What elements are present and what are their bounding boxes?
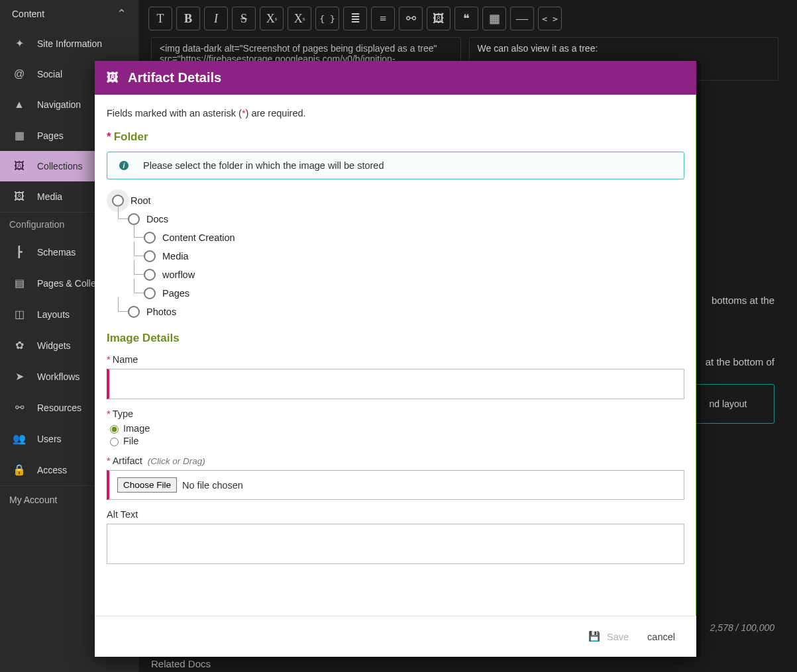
alt-text-wrap[interactable]: [107, 524, 684, 564]
sidebar-item-label: Schemas: [37, 247, 76, 258]
choose-file-button[interactable]: Choose File: [117, 477, 177, 493]
radio-pages[interactable]: [144, 287, 156, 299]
name-input-wrap[interactable]: [107, 369, 684, 399]
sidebar-item-label: Resources: [37, 403, 81, 413]
format-bold-button[interactable]: B: [176, 7, 200, 30]
radio-type-image[interactable]: [110, 425, 119, 434]
sidebar-item-label: Workflows: [37, 371, 80, 382]
sidebar-item-label: Site Information: [37, 38, 102, 49]
format-strike-button[interactable]: S: [232, 7, 256, 30]
modal-title: Artifact Details: [128, 70, 221, 85]
tree-item-pages[interactable]: Pages: [112, 284, 684, 303]
tree-label: worflow: [162, 269, 195, 280]
sidebar-item-label: Widgets: [37, 340, 71, 351]
tree-item-worflow[interactable]: worflow: [112, 265, 684, 284]
cancel-button[interactable]: cancel: [647, 632, 675, 642]
tree-root[interactable]: Root: [112, 191, 684, 210]
sidebar-section-content-label: Content: [12, 9, 44, 19]
artifact-field: *Artifact (Click or Drag) Choose File No…: [107, 456, 684, 500]
tree-item-content-creation[interactable]: Content Creation: [112, 228, 684, 247]
sidebar-section-account-label: My Account: [9, 495, 57, 505]
name-label: *Name: [107, 354, 684, 365]
sidebar-item-label: Access: [37, 465, 67, 475]
list-numbered-icon: ≡: [380, 12, 386, 26]
related-docs-heading: Related Docs: [151, 658, 211, 669]
editor-preview-text: We can also view it as a tree:: [478, 43, 598, 54]
alt-text-field: Alt Text: [107, 509, 684, 564]
format-title-button[interactable]: T: [148, 7, 172, 30]
type-option-file[interactable]: File: [107, 436, 684, 446]
radio-media[interactable]: [144, 250, 156, 262]
link-icon: ⚯: [406, 11, 416, 26]
folder-tree: Root Docs Content Creation Media worflow…: [112, 191, 684, 321]
list-bulleted-icon: ≣: [350, 11, 360, 26]
folder-info-message: Please select the folder in which the im…: [143, 160, 384, 171]
modal-edge-shadow: [696, 61, 700, 657]
background-text-2: at the bottom of: [706, 356, 774, 367]
chevron-up-icon: ⌃: [117, 7, 127, 21]
radio-photos[interactable]: [128, 306, 140, 318]
at-icon: @: [12, 68, 27, 80]
list-numbered-button[interactable]: ≡: [371, 7, 395, 30]
scrollbar[interactable]: [696, 95, 696, 616]
required-note: Fields marked with an asterisk (*) are r…: [107, 108, 684, 119]
link-icon: ⚯: [12, 401, 27, 414]
image-icon: 🖼: [12, 160, 27, 172]
sidebar-item-label: Social: [37, 69, 62, 79]
list-bulleted-button[interactable]: ≣: [343, 7, 367, 30]
insert-link-button[interactable]: ⚯: [399, 7, 423, 30]
radio-type-file[interactable]: [110, 438, 119, 446]
modal-body[interactable]: Fields marked with an asterisk (*) are r…: [95, 95, 696, 616]
schema-icon: ┣: [12, 246, 27, 258]
background-text-1: bottoms at the: [712, 295, 774, 306]
tree-item-media[interactable]: Media: [112, 247, 684, 265]
sidebar-item-site-information[interactable]: ✦ Site Information: [0, 28, 138, 59]
artifact-details-modal: 🖼 Artifact Details Fields marked with an…: [95, 61, 696, 657]
minus-icon: —: [516, 12, 528, 26]
insert-image-button[interactable]: 🖼: [427, 7, 451, 30]
tree-label: Media: [162, 251, 189, 262]
radio-worflow[interactable]: [144, 269, 156, 281]
navigation-arrow-icon: ▲: [12, 99, 27, 111]
sidebar-item-label: Navigation: [37, 99, 81, 110]
layout-button-label: nd layout: [710, 399, 747, 409]
alt-text-label: Alt Text: [107, 509, 684, 520]
name-field: *Name: [107, 354, 684, 399]
sidebar-item-label: Pages: [37, 130, 64, 141]
insert-rule-button[interactable]: —: [510, 7, 534, 30]
editor-toolbar: T B I S Xs Xs { } ≣ ≡ ⚯ 🖼 ❝ ▦ — < >: [146, 4, 784, 37]
cancel-label: cancel: [647, 632, 675, 642]
alt-text-input[interactable]: [113, 528, 678, 557]
insert-quote-button[interactable]: ❝: [454, 7, 478, 30]
tree-item-docs[interactable]: Docs: [112, 210, 684, 228]
sidebar-section-config-label: Configuration: [9, 219, 64, 230]
insert-code-button[interactable]: < >: [538, 7, 562, 30]
format-superscript-button[interactable]: Xs: [288, 7, 311, 30]
artifact-label: *Artifact (Click or Drag): [107, 456, 684, 466]
users-icon: 👥: [12, 432, 27, 445]
image-icon: 🖼: [107, 71, 119, 85]
save-button[interactable]: 💾 Save: [588, 631, 629, 642]
sidebar-item-label: Users: [37, 434, 62, 444]
format-italic-button[interactable]: I: [204, 7, 228, 30]
sidebar-item-label: Layouts: [37, 309, 70, 320]
modal-header: 🖼 Artifact Details: [95, 61, 696, 95]
format-subscript-button[interactable]: Xs: [260, 7, 284, 30]
tree-label: Content Creation: [162, 232, 235, 243]
sidebar-item-label: Media: [37, 191, 62, 202]
type-label: *Type: [107, 408, 684, 419]
tree-label: Root: [131, 195, 151, 206]
file-input-wrap[interactable]: Choose File No file chosen: [107, 470, 684, 500]
insert-table-button[interactable]: ▦: [482, 7, 506, 30]
format-braces-button[interactable]: { }: [315, 7, 339, 30]
file-status: No file chosen: [182, 480, 243, 491]
image-icon: 🖼: [12, 191, 27, 203]
type-option-image[interactable]: Image: [107, 423, 684, 434]
name-input[interactable]: [116, 378, 677, 391]
radio-content-creation[interactable]: [144, 232, 156, 244]
sparkle-icon: ✦: [12, 37, 27, 50]
tree-item-photos[interactable]: Photos: [112, 303, 684, 321]
sidebar-section-content[interactable]: Content ⌃: [0, 0, 138, 28]
puzzle-icon: ✿: [12, 339, 27, 352]
layout-icon: ◫: [12, 308, 27, 320]
